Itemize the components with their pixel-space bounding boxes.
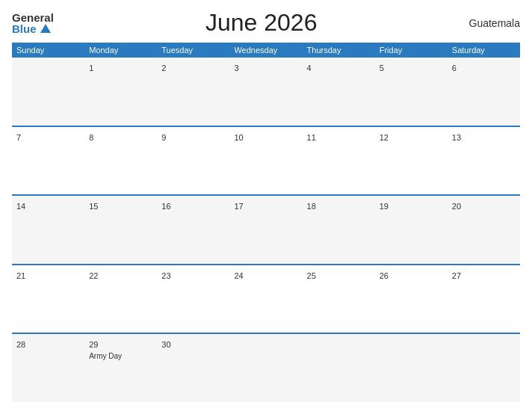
week-row-3: 14 15 16 17 18 19 20	[12, 196, 520, 265]
day-cell-jun-22: 22	[84, 265, 157, 333]
day-headers-row: Sunday Monday Tuesday Wednesday Thursday…	[12, 43, 520, 58]
day-cell-jun-29: 29 Army Day	[84, 334, 157, 402]
day-cell-jun-8: 8	[84, 127, 157, 195]
week-row-1: 1 2 3 4 5 6	[12, 58, 520, 127]
day-header-thursday: Thursday	[303, 43, 375, 58]
week-row-5: 28 29 Army Day 30	[12, 334, 520, 402]
day-header-friday: Friday	[375, 43, 448, 58]
calendar-container: General Blue June 2026 Guatemala Sunday …	[0, 0, 532, 411]
logo-general-text: General	[12, 12, 54, 23]
day-cell-jun-28: 28	[12, 334, 84, 402]
day-cell-jun-16: 16	[157, 196, 229, 264]
day-cell-jun-9: 9	[157, 127, 229, 195]
day-cell-empty-1	[12, 58, 84, 126]
day-cell-empty-4	[375, 334, 448, 402]
logo-triangle-icon	[40, 24, 51, 33]
calendar-header: General Blue June 2026 Guatemala	[12, 9, 520, 37]
army-day-event: Army Day	[89, 352, 152, 360]
day-cell-jun-2: 2	[157, 58, 229, 126]
day-cell-jun-7: 7	[12, 127, 84, 195]
day-cell-jun-5: 5	[375, 58, 448, 126]
day-cell-jun-23: 23	[157, 265, 229, 333]
day-header-saturday: Saturday	[448, 43, 520, 58]
day-cell-jun-27: 27	[448, 265, 520, 333]
day-header-tuesday: Tuesday	[157, 43, 229, 58]
day-cell-jun-1: 1	[84, 58, 157, 126]
calendar-grid: 1 2 3 4 5 6 7 8 9 10 11 12 13 14 15 16 1…	[12, 58, 520, 402]
day-cell-jun-24: 24	[229, 265, 302, 333]
day-cell-jun-6: 6	[448, 58, 520, 126]
day-cell-jun-30: 30	[157, 334, 229, 402]
day-cell-jun-15: 15	[84, 196, 157, 264]
day-cell-jun-10: 10	[229, 127, 302, 195]
day-cell-jun-12: 12	[375, 127, 448, 195]
day-cell-jun-20: 20	[448, 196, 520, 264]
calendar-title: June 2026	[205, 9, 317, 37]
day-cell-jun-14: 14	[12, 196, 84, 264]
day-cell-jun-3: 3	[229, 58, 302, 126]
day-cell-empty-5	[448, 334, 520, 402]
day-cell-jun-11: 11	[303, 127, 375, 195]
day-cell-jun-4: 4	[303, 58, 375, 126]
day-header-wednesday: Wednesday	[229, 43, 302, 58]
day-cell-jun-19: 19	[375, 196, 448, 264]
day-header-sunday: Sunday	[12, 43, 84, 58]
day-cell-jun-21: 21	[12, 265, 84, 333]
day-cell-empty-2	[229, 334, 302, 402]
week-row-2: 7 8 9 10 11 12 13	[12, 127, 520, 197]
day-cell-jun-13: 13	[448, 127, 520, 195]
day-cell-jun-17: 17	[229, 196, 302, 264]
day-cell-jun-18: 18	[303, 196, 375, 264]
day-cell-jun-25: 25	[303, 265, 375, 333]
day-cell-empty-3	[303, 334, 375, 402]
day-header-monday: Monday	[84, 43, 157, 58]
logo-blue-text: Blue	[12, 23, 51, 34]
logo: General Blue	[12, 12, 54, 34]
day-cell-jun-26: 26	[375, 265, 448, 333]
week-row-4: 21 22 23 24 25 26 27	[12, 265, 520, 335]
country-name: Guatemala	[469, 17, 520, 29]
